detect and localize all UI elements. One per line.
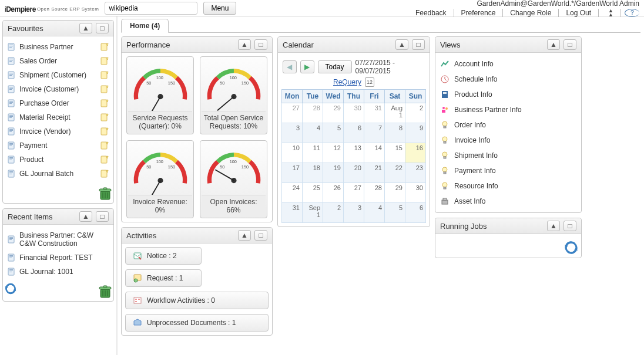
recent-refresh-icon[interactable] [3, 282, 18, 295]
calendar-day-cell[interactable]: 23 [405, 163, 426, 183]
calendar-day-cell[interactable]: Aug 1 [385, 103, 405, 123]
calendar-day-cell[interactable]: 30 [344, 103, 364, 123]
activity-button[interactable]: Notice : 2 [125, 247, 202, 265]
new-record-icon[interactable] [100, 127, 109, 136]
calendar-next-icon[interactable]: ▶ [300, 60, 314, 73]
favourite-item[interactable]: Material Receipt [6, 110, 110, 124]
running-jobs-collapse-icon[interactable]: ▲ [547, 221, 560, 231]
calendar-day-cell[interactable]: 16 [405, 143, 426, 163]
calendar-day-cell[interactable]: 29 [323, 103, 344, 123]
calendar-requery-link[interactable]: ReQuery [333, 78, 361, 86]
new-record-icon[interactable] [100, 141, 109, 150]
favourite-item[interactable]: Payment [6, 138, 110, 153]
favourite-item[interactable]: Shipment (Customer) [6, 68, 110, 82]
favourites-collapse-icon[interactable]: ▲ [79, 23, 92, 33]
calendar-day-cell[interactable]: 27 [344, 183, 364, 203]
favourite-item[interactable]: Purchase Order [6, 96, 110, 110]
calendar-day-cell[interactable]: 29 [385, 183, 405, 203]
search-input[interactable] [108, 4, 198, 13]
calendar-collapse-icon[interactable]: ▲ [395, 39, 408, 50]
collapse-header-icon[interactable]: ▲▲ [601, 9, 621, 17]
favourite-item[interactable]: Invoice (Vendor) [6, 124, 110, 138]
performance-maximize-icon[interactable]: □ [254, 39, 267, 50]
calendar-day-cell[interactable]: 3 [282, 123, 303, 143]
favourite-item[interactable]: Invoice (Customer) [6, 82, 110, 96]
views-collapse-icon[interactable]: ▲ [547, 39, 560, 50]
view-item[interactable]: Business Partner Info [439, 102, 578, 117]
view-item[interactable]: Product Info [439, 87, 578, 102]
recent-trash-icon[interactable] [98, 285, 112, 299]
view-item[interactable]: Asset Info [439, 194, 578, 209]
calendar-day-cell[interactable]: 10 [282, 143, 303, 163]
performance-collapse-icon[interactable]: ▲ [238, 39, 251, 50]
new-record-icon[interactable] [100, 113, 109, 121]
calendar-day-cell[interactable]: Sep 1 [303, 203, 323, 223]
activity-button[interactable]: Request : 1 [125, 269, 202, 287]
gauge-card[interactable]: Invoice Revenue: 0% [126, 140, 194, 218]
activities-maximize-icon[interactable]: □ [254, 230, 267, 241]
view-item[interactable]: Invoice Info [439, 133, 578, 148]
new-record-icon[interactable] [100, 99, 109, 107]
link-change-role[interactable]: Change Role [503, 9, 559, 17]
view-item[interactable]: Resource Info [439, 178, 578, 194]
gauge-card[interactable]: Service Requests (Quarter): 0% [126, 56, 194, 134]
view-item[interactable]: Account Info [439, 56, 578, 72]
calendar-today-button[interactable]: Today [318, 60, 352, 73]
activity-button[interactable]: Unprocessed Documents : 1 [125, 314, 269, 332]
favourite-item[interactable]: Sales Order [6, 54, 110, 68]
calendar-day-cell[interactable]: 31 [282, 203, 303, 223]
new-record-icon[interactable] [100, 155, 109, 164]
view-item[interactable]: Order Info [439, 117, 578, 133]
new-record-icon[interactable] [100, 170, 109, 178]
calendar-day-cell[interactable]: 25 [303, 183, 323, 203]
favourite-item[interactable]: GL Journal Batch [6, 167, 110, 181]
favourite-item[interactable]: Product [6, 153, 110, 167]
calendar-day-cell[interactable]: 28 [303, 103, 323, 123]
menu-button[interactable]: Menu [203, 2, 236, 15]
favourites-trash-icon[interactable] [98, 187, 112, 201]
calendar-day-cell[interactable]: 4 [364, 203, 385, 223]
calendar-day-cell[interactable]: 6 [405, 203, 426, 223]
gauge-card[interactable]: Total Open Service Requests: 10% [200, 56, 267, 134]
calendar-day-cell[interactable]: 15 [385, 143, 405, 163]
running-jobs-maximize-icon[interactable]: □ [564, 221, 576, 231]
search-box[interactable] [105, 2, 197, 15]
calendar-day-cell[interactable]: 5 [323, 123, 344, 143]
calendar-day-cell[interactable]: 20 [344, 163, 364, 183]
favourites-maximize-icon[interactable]: □ [96, 23, 109, 33]
running-jobs-refresh-icon[interactable] [564, 240, 579, 255]
calendar-day-cell[interactable]: 2 [405, 103, 426, 123]
calendar-datepicker-icon[interactable]: 12 [365, 77, 374, 87]
calendar-day-cell[interactable]: 19 [323, 163, 344, 183]
calendar-day-cell[interactable]: 7 [364, 123, 385, 143]
calendar-day-cell[interactable]: 3 [344, 203, 364, 223]
calendar-day-cell[interactable]: 18 [303, 163, 323, 183]
calendar-day-cell[interactable]: 9 [405, 123, 426, 143]
calendar-day-cell[interactable]: 13 [344, 143, 364, 163]
new-record-icon[interactable] [100, 43, 109, 51]
calendar-day-cell[interactable]: 26 [323, 183, 344, 203]
view-item[interactable]: Payment Info [439, 163, 578, 178]
calendar-prev-icon[interactable]: ◀ [283, 60, 297, 73]
calendar-day-cell[interactable]: 8 [385, 123, 405, 143]
recent-item[interactable]: Financial Report: TEST [6, 251, 110, 265]
calendar-day-cell[interactable]: 31 [364, 103, 385, 123]
link-logout[interactable]: Log Out [559, 9, 599, 17]
calendar-day-cell[interactable]: 12 [323, 143, 344, 163]
calendar-day-cell[interactable]: 22 [385, 163, 405, 183]
calendar-day-cell[interactable]: 6 [344, 123, 364, 143]
recent-item[interactable]: Business Partner: C&W C&W Construction [6, 228, 110, 251]
gauge-card[interactable]: Open Invoices: 66% [200, 140, 267, 218]
calendar-day-cell[interactable]: 24 [282, 183, 303, 203]
link-preference[interactable]: Preference [454, 9, 504, 17]
new-record-icon[interactable] [100, 71, 109, 79]
views-maximize-icon[interactable]: □ [564, 39, 576, 50]
calendar-day-cell[interactable]: 14 [364, 143, 385, 163]
calendar-day-cell[interactable]: 5 [385, 203, 405, 223]
calendar-day-cell[interactable]: 27 [282, 103, 303, 123]
recent-maximize-icon[interactable]: □ [96, 211, 109, 222]
calendar-day-cell[interactable]: 28 [364, 183, 385, 203]
recent-item[interactable]: GL Journal: 1001 [6, 265, 110, 279]
calendar-day-cell[interactable]: 17 [282, 163, 303, 183]
new-record-icon[interactable] [100, 57, 109, 65]
